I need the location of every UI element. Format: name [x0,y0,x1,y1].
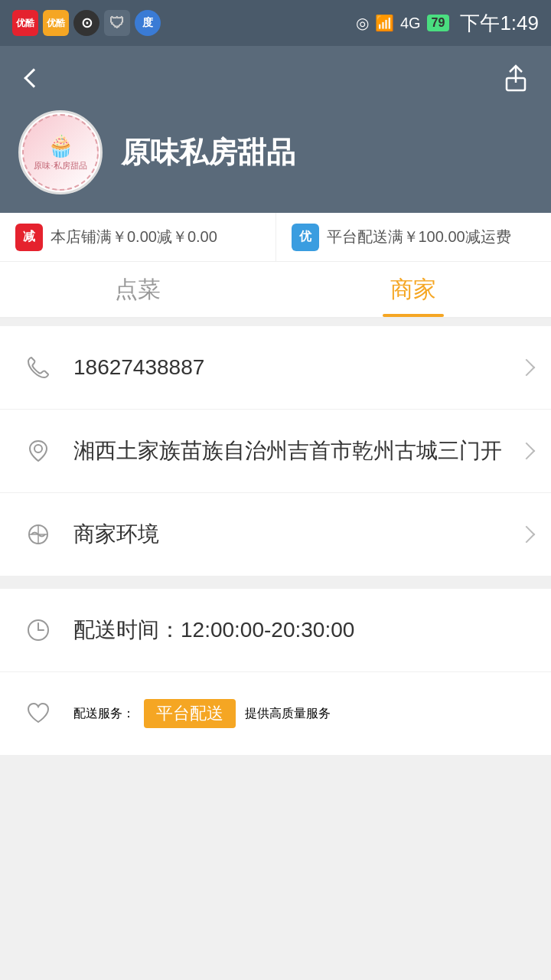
logo-text: 原味·私房甜品 [34,160,86,171]
chevron-right-icon [518,359,536,377]
section-separator [0,577,551,589]
status-right: ◎ 📶 4G 79 下午1:49 [356,10,539,37]
signal-icon: 4G [400,15,421,32]
platform-delivery-badge: 平台配送 [144,699,236,728]
location-icon [18,431,58,471]
page-header: 🧁 原味·私房甜品 原味私房甜品 [0,46,551,213]
delivery-section: 配送时间：12:00:00-20:30:00 配送服务： 平台配送 提供高质量服… [0,589,551,756]
share-button[interactable] [499,61,533,95]
heart-icon [18,694,58,733]
youku1-icon: 优酷 [12,10,38,36]
delivery-time-row: 配送时间：12:00:00-20:30:00 [0,589,551,672]
promo-badge-red: 减 [15,224,43,251]
status-bar: 优酷 优酷 ⊙ 🛡 度 ◎ 📶 4G 79 下午1:49 [0,0,551,46]
shop-info: 🧁 原味·私房甜品 原味私房甜品 [18,110,533,194]
tab-order[interactable]: 点菜 [0,262,276,317]
target-icon: ◎ [356,14,369,32]
chevron-right-icon-2 [518,443,536,460]
promo-item-2[interactable]: 优 平台配送满￥100.00减运费 [276,213,552,261]
shop-logo: 🧁 原味·私房甜品 [18,110,103,194]
phone-icon [18,348,58,387]
svg-point-2 [34,445,42,452]
bottom-area [0,756,551,909]
promo-item-1[interactable]: 减 本店铺满￥0.00减￥0.00 [0,213,276,261]
status-left-icons: 优酷 优酷 ⊙ 🛡 度 [12,10,161,36]
promo-badge-blue: 优 [292,224,319,251]
shield-icon: 🛡 [104,10,130,36]
phone-number: 18627438887 [73,355,520,380]
back-arrow-icon [24,68,43,87]
logo-cake-icon: 🧁 [47,133,74,158]
promo-bar: 减 本店铺满￥0.00减￥0.00 优 平台配送满￥100.00减运费 [0,213,551,262]
delivery-prefix: 配送服务： [73,706,135,722]
phone-row[interactable]: 18627438887 [0,326,551,410]
wifi-icon: 📶 [375,14,394,32]
nav-bar [18,61,533,95]
chevron-right-icon-3 [518,526,536,544]
delivery-service-text: 配送服务： 平台配送 提供高质量服务 [73,699,331,728]
back-button[interactable] [18,63,49,93]
environment-icon [18,514,58,554]
du-icon: 度 [135,10,161,36]
delivery-service-row: 配送服务： 平台配送 提供高质量服务 [0,672,551,756]
promo-text-1: 本店铺满￥0.00减￥0.00 [51,227,217,247]
delivery-suffix: 提供高质量服务 [245,706,331,722]
merchant-info-section: 18627438887 湘西土家族苗族自治州吉首市乾州古城三门开 商家环境 [0,326,551,577]
tab-merchant[interactable]: 商家 [276,262,551,317]
status-time: 下午1:49 [460,10,539,37]
battery-indicator: 79 [427,15,450,31]
shop-name: 原味私房甜品 [121,133,295,172]
snap-icon: ⊙ [73,10,99,36]
environment-row[interactable]: 商家环境 [0,493,551,577]
address-text: 湘西土家族苗族自治州吉首市乾州古城三门开 [73,436,520,466]
share-icon [500,63,531,93]
tab-bar: 点菜 商家 [0,262,551,318]
delivery-time-text: 配送时间：12:00:00-20:30:00 [73,616,533,645]
youku2-icon: 优酷 [43,10,69,36]
promo-text-2: 平台配送满￥100.00减运费 [327,227,511,247]
environment-text: 商家环境 [73,520,520,549]
address-row[interactable]: 湘西土家族苗族自治州吉首市乾州古城三门开 [0,410,551,493]
clock-icon [18,610,58,650]
